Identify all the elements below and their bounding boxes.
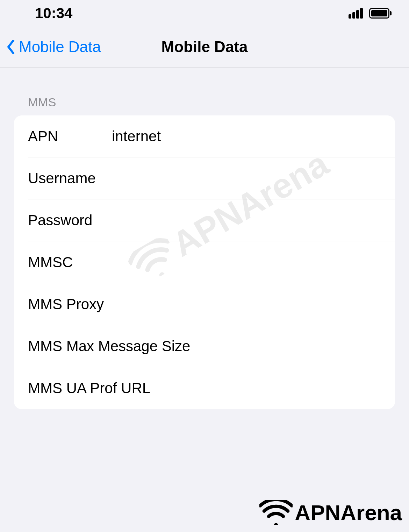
password-label: Password (28, 212, 112, 229)
wifi-icon (259, 500, 293, 525)
section-header-mms: MMS (14, 95, 395, 109)
mms-proxy-label: MMS Proxy (28, 296, 104, 313)
mms-ua-prof-label: MMS UA Prof URL (28, 380, 150, 397)
username-label: Username (28, 170, 112, 187)
mmsc-label: MMSC (28, 254, 112, 271)
mms-ua-prof-input[interactable] (150, 380, 381, 397)
mms-proxy-input[interactable] (104, 296, 381, 313)
username-input[interactable] (112, 170, 381, 187)
status-right (349, 8, 392, 19)
mms-max-size-input[interactable] (190, 338, 381, 355)
mms-settings-group: APN Username Password MMSC MMS Proxy MMS… (14, 115, 395, 409)
password-row[interactable]: Password (14, 199, 395, 241)
back-label: Mobile Data (19, 38, 101, 56)
mms-proxy-row[interactable]: MMS Proxy (14, 283, 395, 325)
mms-max-size-row[interactable]: MMS Max Message Size (14, 325, 395, 367)
content: MMS APN Username Password MMSC MMS Proxy (0, 68, 409, 409)
mmsc-row[interactable]: MMSC (14, 241, 395, 283)
back-button[interactable]: Mobile Data (0, 38, 101, 56)
battery-icon (369, 8, 392, 19)
mms-max-size-label: MMS Max Message Size (28, 338, 190, 355)
mmsc-input[interactable] (112, 254, 381, 271)
password-input[interactable] (112, 212, 381, 229)
mms-ua-prof-row[interactable]: MMS UA Prof URL (14, 367, 395, 409)
chevron-left-icon (7, 40, 15, 54)
footer-text: APNArena (295, 500, 402, 525)
navigation-bar: Mobile Data Mobile Data (0, 26, 409, 68)
apn-input[interactable] (112, 128, 381, 145)
apn-row[interactable]: APN (14, 115, 395, 157)
status-time: 10:34 (35, 5, 72, 22)
username-row[interactable]: Username (14, 157, 395, 199)
footer-logo: APNArena (259, 500, 402, 525)
status-bar: 10:34 (0, 0, 409, 26)
cellular-signal-icon (349, 8, 363, 19)
apn-label: APN (28, 128, 112, 145)
